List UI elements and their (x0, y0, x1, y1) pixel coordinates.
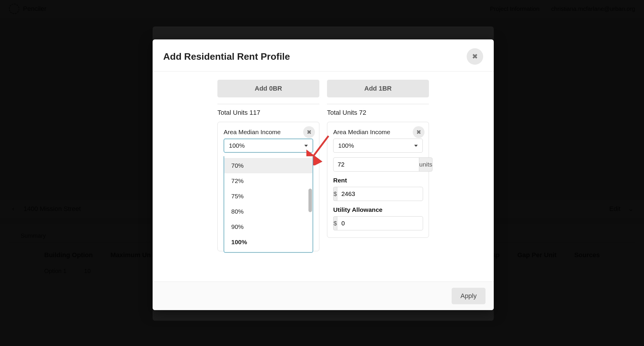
ami-select-0br[interactable]: 100% (224, 139, 313, 153)
col-max-units: Maximum Units (110, 251, 158, 259)
utility-allowance-input-1br[interactable] (337, 216, 423, 230)
col-gap-per-unit: Gap Per Unit (517, 251, 557, 259)
ami-select-value-1br: 100% (338, 142, 354, 149)
modal-close-button[interactable]: ✖ (467, 48, 483, 65)
remove-card-button[interactable]: ✖ (303, 126, 315, 138)
divider (217, 104, 319, 104)
total-units-value-1br: 72 (359, 109, 366, 116)
ami-option-70[interactable]: 70% (224, 158, 313, 173)
tab-summary[interactable]: Summary (21, 232, 46, 239)
edit-link[interactable]: Edit (609, 205, 620, 213)
column-0br: Add 0BR Total Units 117 ✖ Area Median In… (217, 80, 319, 251)
rent-input-1br[interactable] (337, 187, 423, 201)
add-1br-button[interactable]: Add 1BR (327, 80, 429, 97)
nav-project-info[interactable]: Project Information (490, 6, 539, 12)
units-input-1br[interactable] (333, 157, 419, 172)
close-icon: ✖ (307, 129, 312, 136)
close-icon: ✖ (416, 129, 421, 136)
modal-title: Add Residential Rent Profile (163, 51, 290, 62)
address-text: 1400 Mission Street (24, 205, 81, 213)
ami-option-80[interactable]: 80% (224, 204, 313, 219)
currency-prefix: $ (333, 216, 337, 230)
row-max-units: 10 (84, 268, 91, 275)
chevron-down-icon (304, 145, 308, 147)
add-0br-button[interactable]: Add 0BR (217, 80, 319, 97)
ami-option-75[interactable]: 75% (224, 189, 313, 204)
row-option-name: Option 1 (44, 268, 67, 275)
ami-option-100[interactable]: 100% (224, 234, 313, 250)
ami-dropdown-0br: 70% 72% 75% 80% 90% 100% (224, 156, 313, 253)
ami-option-90[interactable]: 90% (224, 219, 313, 234)
col-sources: Sources (574, 251, 600, 259)
currency-prefix: $ (333, 187, 337, 201)
ami-option-72[interactable]: 72% (224, 173, 313, 189)
rent-label: Rent (333, 177, 423, 184)
unit-card-0br: ✖ Area Median Income 100% 70% 72% 75% 80 (217, 122, 319, 251)
chevron-down-icon (414, 145, 418, 147)
apply-button[interactable]: Apply (452, 288, 486, 304)
rent-profile-modal: Add Residential Rent Profile ✖ Add 0BR T… (153, 39, 494, 310)
total-units-prefix-1br: Total Units (327, 109, 359, 116)
ami-select-value-0br: 100% (229, 142, 245, 149)
dropdown-scrollbar[interactable] (308, 189, 312, 212)
ami-label-0br: Area Median Income (224, 129, 313, 136)
brand-name: Penciler (23, 5, 46, 13)
unit-card-1br: ✖ Area Median Income 100% units Rent $ (327, 122, 429, 238)
col-building-option: Building Option (44, 251, 93, 259)
total-units-prefix-0br: Total Units (217, 109, 250, 116)
ami-select-1br[interactable]: 100% (333, 139, 423, 153)
nav-user-email[interactable]: christiana.mcfarlane@urban.org (551, 6, 635, 12)
close-icon: ✖ (472, 52, 478, 61)
units-suffix: units (419, 157, 432, 172)
ami-label-1br: Area Median Income (333, 129, 423, 136)
utility-allowance-label: Utility Allowance (333, 206, 423, 213)
remove-card-button[interactable]: ✖ (413, 126, 425, 138)
column-1br: Add 1BR Total Units 72 ✖ Area Median Inc… (327, 80, 429, 251)
total-units-value-0br: 117 (250, 109, 260, 116)
chevron-left-icon[interactable]: ‹ (9, 205, 18, 213)
brand-logo-icon (9, 4, 19, 14)
divider (327, 104, 429, 104)
chevron-down-icon[interactable]: ⌄ (626, 205, 635, 213)
